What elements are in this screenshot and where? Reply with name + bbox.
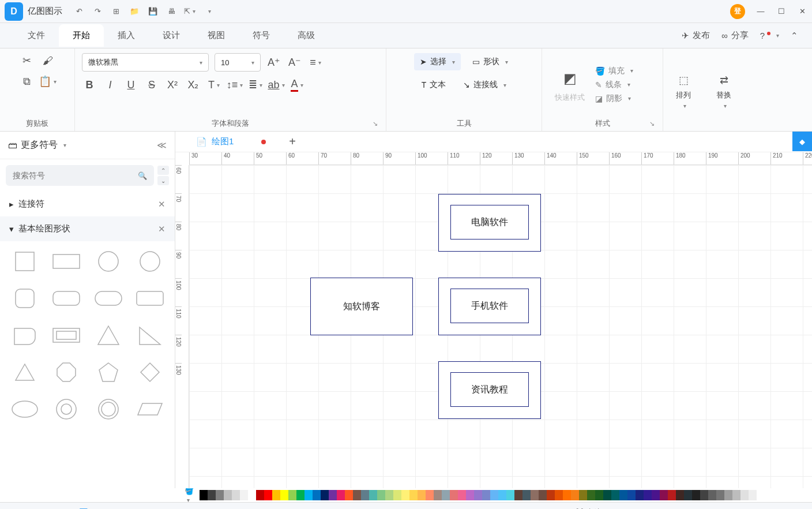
color-swatch[interactable]: [522, 490, 531, 500]
fill-bucket-icon[interactable]: 🪣▾: [185, 486, 194, 504]
color-swatch[interactable]: [240, 490, 248, 500]
shape-rectangle[interactable]: [48, 246, 84, 277]
color-swatch[interactable]: [539, 490, 547, 500]
canvas-shape-1-outer[interactable]: 电脑软件: [438, 194, 541, 252]
shape-donut[interactable]: [48, 394, 84, 425]
color-swatch[interactable]: [571, 490, 579, 500]
redo-icon[interactable]: ↷: [92, 6, 103, 17]
cut-icon[interactable]: ✂: [20, 53, 35, 68]
color-swatch[interactable]: [304, 490, 313, 500]
shape-circle2[interactable]: [132, 246, 168, 277]
color-swatch[interactable]: [627, 490, 636, 500]
undo-icon[interactable]: ↶: [74, 6, 84, 17]
print-icon[interactable]: 🖶: [166, 6, 176, 17]
color-swatch[interactable]: [264, 490, 272, 500]
color-swatch[interactable]: [724, 490, 732, 500]
shape-rounded-rect2[interactable]: [91, 283, 126, 314]
canvas[interactable]: 知软博客 电脑软件 手机软件 资讯教程: [189, 165, 812, 488]
color-swatch[interactable]: [603, 490, 611, 500]
color-swatch[interactable]: [732, 490, 740, 500]
color-swatch[interactable]: [684, 490, 692, 500]
text-tool-button[interactable]: T文本: [416, 76, 452, 93]
color-swatch[interactable]: [466, 490, 474, 500]
export-icon[interactable]: ⇱ ▾: [185, 6, 195, 17]
tab-start[interactable]: 开始: [59, 24, 104, 47]
color-swatch[interactable]: [329, 490, 337, 500]
close-icon[interactable]: ✕: [797, 6, 807, 17]
line-spacing-icon[interactable]: ↕≡▾: [227, 77, 242, 92]
page-tab[interactable]: 页-1: [74, 505, 100, 510]
color-swatch[interactable]: [611, 490, 619, 500]
shadow-button[interactable]: ◪阴影▾: [595, 93, 633, 104]
color-swatch[interactable]: [434, 490, 442, 500]
color-swatch[interactable]: [442, 490, 450, 500]
shape-square[interactable]: [7, 246, 43, 277]
align-icon[interactable]: ≡▾: [308, 55, 323, 70]
canvas-shape-main[interactable]: 知软博客: [310, 278, 413, 335]
shape-octagon[interactable]: [48, 357, 84, 388]
minimize-icon[interactable]: —: [755, 6, 766, 17]
subscript-icon[interactable]: X₂: [186, 77, 201, 92]
replace-button[interactable]: ⇄ 替换▾: [710, 70, 737, 111]
login-badge[interactable]: 登: [730, 4, 745, 19]
color-swatch[interactable]: [458, 490, 466, 500]
tab-file[interactable]: 文件: [14, 24, 59, 47]
bold-icon[interactable]: B: [82, 77, 97, 92]
color-swatch[interactable]: [490, 490, 498, 500]
color-swatch[interactable]: [377, 490, 385, 500]
color-swatch[interactable]: [587, 490, 595, 500]
document-tab[interactable]: 📄 绘图1: [185, 132, 277, 152]
scroll-up-icon[interactable]: ⌃: [157, 166, 169, 175]
color-swatch[interactable]: [353, 490, 361, 500]
color-swatch[interactable]: [692, 490, 700, 500]
canvas-shape-3-inner[interactable]: 资讯教程: [450, 372, 529, 407]
color-swatch[interactable]: [514, 490, 522, 500]
category-connector[interactable]: ▸ 连接符 ✕: [0, 192, 175, 216]
shape-tool-button[interactable]: ▭形状▾: [467, 53, 514, 70]
tab-view[interactable]: 视图: [194, 24, 239, 47]
color-swatch[interactable]: [652, 490, 660, 500]
color-swatch[interactable]: [644, 490, 652, 500]
color-swatch[interactable]: [579, 490, 587, 500]
font-family-select[interactable]: 微软雅黑▾: [82, 53, 209, 72]
canvas-shape-3-outer[interactable]: 资讯教程: [438, 361, 541, 419]
open-icon[interactable]: 📁: [129, 6, 140, 17]
color-swatch[interactable]: [409, 490, 418, 500]
help-button[interactable]: ? ▾: [760, 31, 779, 40]
publish-button[interactable]: ✈发布: [682, 30, 710, 41]
shape-triangle[interactable]: [91, 320, 126, 351]
color-swatch[interactable]: [482, 490, 490, 500]
more-symbols-label[interactable]: 更多符号: [21, 139, 58, 151]
color-swatch[interactable]: [506, 490, 514, 500]
select-tool-button[interactable]: ➤选择▾: [414, 53, 461, 70]
color-swatch[interactable]: [232, 490, 240, 500]
search-icon[interactable]: 🔍: [138, 171, 147, 180]
shape-frame[interactable]: [48, 320, 84, 351]
decrease-font-icon[interactable]: A⁻: [287, 55, 302, 70]
shape-parallelogram[interactable]: [132, 394, 168, 425]
strike-icon[interactable]: S: [144, 77, 159, 92]
shape-rounded-rect[interactable]: [48, 283, 84, 314]
color-swatch[interactable]: [280, 490, 288, 500]
superscript-icon[interactable]: X²: [165, 77, 180, 92]
bullets-icon[interactable]: ≣▾: [248, 77, 263, 92]
color-swatch[interactable]: [418, 490, 426, 500]
collapse-left-icon[interactable]: ≪: [157, 140, 167, 151]
color-swatch[interactable]: [321, 490, 329, 500]
font-dialog-icon[interactable]: ↘: [373, 120, 378, 128]
symbol-search-input[interactable]: 🔍: [6, 165, 154, 186]
color-swatch[interactable]: [216, 490, 224, 500]
color-swatch[interactable]: [474, 490, 482, 500]
tab-design[interactable]: 设计: [149, 24, 194, 47]
maximize-icon[interactable]: ☐: [776, 6, 787, 17]
new-icon[interactable]: ⊞: [111, 6, 121, 17]
color-swatch[interactable]: [361, 490, 369, 500]
color-swatch[interactable]: [740, 490, 749, 500]
color-swatch[interactable]: [385, 490, 393, 500]
color-swatch[interactable]: [636, 490, 644, 500]
shape-circle[interactable]: [91, 246, 126, 277]
color-swatch[interactable]: [369, 490, 377, 500]
color-swatch[interactable]: [224, 490, 232, 500]
color-swatch[interactable]: [401, 490, 409, 500]
close-category-icon[interactable]: ✕: [158, 199, 166, 209]
